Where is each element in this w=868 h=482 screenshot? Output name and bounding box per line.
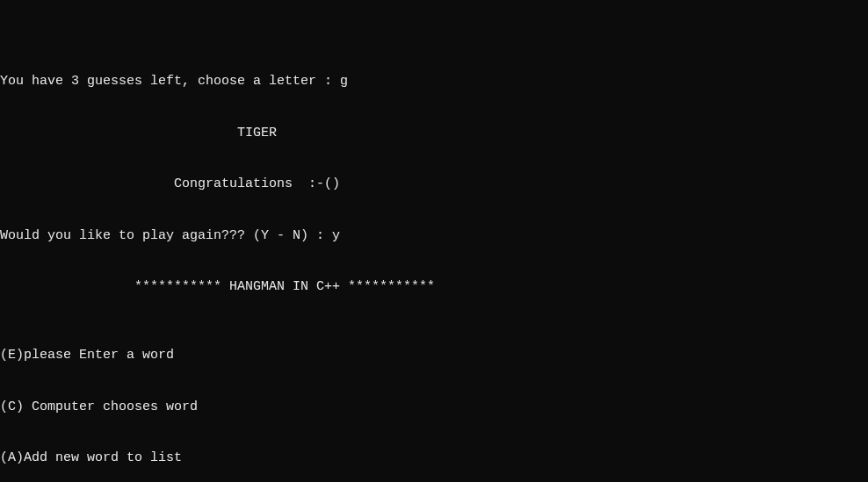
play-again-prompt[interactable]: Would you like to play again??? (Y - N) …: [0, 227, 868, 245]
menu-option-add-word: (A)Add new word to list: [0, 450, 868, 467]
guesses-left-line: You have 3 guesses left, choose a letter…: [0, 73, 868, 90]
menu-option-computer-chooses: (C) Computer chooses word: [0, 399, 868, 416]
revealed-word: TIGER: [0, 125, 868, 142]
congratulations-line: Congratulations :-(): [0, 176, 868, 193]
menu-option-enter-word: (E)please Enter a word: [0, 347, 868, 364]
game-title: *********** HANGMAN IN C++ ***********: [0, 278, 868, 296]
